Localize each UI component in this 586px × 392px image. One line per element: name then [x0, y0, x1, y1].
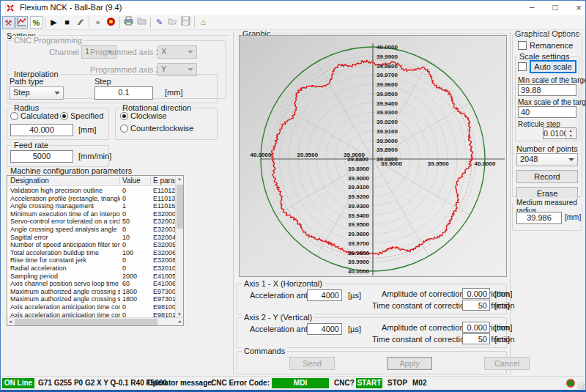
status-bar: ON Line G71 G255 P0 G2 X Y Q-0.1 R40 F50…: [1, 376, 585, 390]
svg-text:39.9500: 39.9500: [428, 160, 449, 167]
tools-icon[interactable]: ⚒: [2, 16, 15, 29]
left-splitter[interactable]: [233, 31, 234, 375]
svg-text:39.9500: 39.9500: [377, 91, 398, 97]
apply-button[interactable]: Apply: [387, 357, 432, 370]
table-row[interactable]: Rise time for constant jerk0E32008: [7, 256, 175, 265]
skew-icon[interactable]: ∕∕: [74, 16, 86, 29]
svg-text:39.9200: 39.9200: [377, 119, 398, 125]
remanence-checkbox[interactable]: [518, 41, 527, 50]
table-row[interactable]: Maximum authorized angle crossing speed …: [7, 295, 175, 303]
table-row[interactable]: Validation high precision outline0E11012: [7, 187, 175, 195]
resize-grip[interactable]: [577, 382, 585, 389]
commands-label: Commands: [242, 347, 287, 355]
counterclockwise-label: Counterclockwise: [130, 124, 193, 133]
svg-text:40.0000: 40.0000: [348, 268, 369, 275]
table-row[interactable]: Minimum execution time of an interpolati…: [7, 210, 175, 218]
open-icon[interactable]: [166, 16, 179, 29]
channel-label: Channel: [49, 48, 79, 56]
auto-scale-button[interactable]: Auto scale: [530, 60, 576, 73]
table-row[interactable]: Maximum authorized angle crossing speed …: [7, 288, 175, 296]
table-hscrollbar[interactable]: ◄ ►: [7, 317, 183, 325]
print-icon[interactable]: [122, 16, 135, 29]
spinner-up-icon[interactable]: ▲: [565, 128, 575, 133]
idle-dot-icon[interactable]: ●: [92, 16, 104, 29]
title-bar: Flexium NCK - Ball-Bar (9.4) – □ ×: [1, 1, 585, 15]
svg-text:40.0000: 40.0000: [251, 152, 272, 158]
table-row[interactable]: Number of speed anticipation filter term…: [7, 241, 175, 249]
axis2-tc-unit: [ms]: [494, 335, 510, 344]
table-row[interactable]: Axis acceleration anticipation time cons…: [7, 303, 175, 311]
cancel-button[interactable]: Cancel: [484, 357, 530, 370]
folder-icon[interactable]: [136, 16, 148, 29]
chart-icon[interactable]: [15, 16, 28, 29]
auto-scale-checkbox[interactable]: [518, 62, 527, 71]
record-button[interactable]: Record: [516, 170, 578, 183]
table-row[interactable]: Radial acceleration0E32010: [7, 265, 175, 273]
reticule-step-spinner[interactable]: 0.0100 ▲ ▼: [543, 127, 576, 139]
play-icon[interactable]: ▶: [48, 16, 60, 29]
counterclockwise-radio[interactable]: [120, 125, 128, 133]
table-vscrollbar[interactable]: ▲ ▼: [175, 176, 183, 317]
table-row[interactable]: Axis channel position servo loop time co…: [7, 280, 175, 288]
table-row[interactable]: Acceleration profile (rectangle, triangl…: [7, 195, 175, 203]
spinner-down-icon[interactable]: ▼: [565, 133, 575, 138]
step-input[interactable]: 0.1: [94, 86, 153, 100]
table-row[interactable]: Total acceleration buildup time100E32006: [7, 249, 175, 257]
table-row[interactable]: Axis acceleration anticipation time cons…: [7, 311, 175, 318]
percent-icon[interactable]: %: [30, 16, 42, 29]
table-row[interactable]: Servo-control error tolerated on a circl…: [7, 218, 175, 226]
clockwise-radio[interactable]: [120, 112, 128, 120]
chevron-down-icon: [568, 158, 574, 161]
path-type-label: Path type: [10, 77, 43, 86]
maximize-button[interactable]: □: [544, 1, 566, 15]
axis1-tc-input[interactable]: 50: [462, 300, 490, 311]
save-icon[interactable]: [179, 16, 192, 29]
table-row[interactable]: Sagittal error10E32004: [7, 234, 175, 242]
minimize-button[interactable]: –: [521, 1, 543, 15]
svg-text:39.9000: 39.9000: [381, 160, 402, 167]
step-label: Step: [94, 77, 111, 86]
axis2-label: Axis 2 - Y (Vertical): [242, 313, 314, 322]
path-type-combo[interactable]: Step: [10, 86, 64, 100]
edit-icon[interactable]: ✎: [153, 16, 166, 29]
axis1-amp-input[interactable]: 0.000: [462, 288, 490, 299]
axis2-accel-input[interactable]: 4000: [307, 323, 342, 335]
radius-unit: [mm]: [78, 125, 96, 134]
record-icon[interactable]: [105, 16, 117, 29]
col-value: Value: [122, 177, 141, 185]
axis2-tc-input[interactable]: 50: [462, 333, 490, 344]
online-badge: ON Line: [2, 378, 34, 388]
svg-text:39.9700: 39.9700: [348, 240, 369, 247]
number-of-points-combo[interactable]: 2048: [516, 153, 578, 166]
min-scale-label: Min scale of the target: [518, 76, 586, 84]
radius-calculated-label: Calculated: [21, 111, 59, 120]
axis2-amp-input[interactable]: 0.000: [462, 322, 490, 333]
radius-specified-radio[interactable]: [60, 112, 68, 120]
max-scale-input[interactable]: 40: [518, 106, 576, 118]
axis1-accel-input[interactable]: 4000: [307, 289, 342, 301]
table-header[interactable]: Designation Value E param: [7, 176, 183, 186]
feed-rate-input[interactable]: 5000: [10, 150, 73, 163]
table-row[interactable]: Sampling period2000E41005: [7, 273, 175, 281]
operator-message-label: Operator message:: [147, 379, 214, 387]
min-scale-input[interactable]: 39.88: [518, 84, 576, 96]
stop-icon[interactable]: ■: [61, 16, 73, 29]
cnc-error-text: CNC Error Code: 0: [211, 379, 275, 387]
send-button[interactable]: Send: [289, 357, 335, 370]
radius-input[interactable]: 40.000: [10, 124, 73, 136]
svg-text:39.9400: 39.9400: [377, 100, 398, 107]
svg-text:39.9000: 39.9000: [348, 175, 369, 182]
table-row[interactable]: Angle crossing management1E11015: [7, 202, 175, 210]
medium-radius-input[interactable]: 39.986: [516, 212, 562, 224]
home-icon[interactable]: ⌂: [197, 16, 209, 29]
table-row[interactable]: Angle crossing speed analysis angle0E320…: [7, 226, 175, 234]
svg-text:39.9800: 39.9800: [377, 63, 398, 70]
axis1-amp-unit: [mm]: [494, 289, 512, 298]
radius-calculated-radio[interactable]: [10, 112, 18, 120]
programmed-axis1-combo[interactable]: X: [157, 45, 197, 59]
app-logo-icon: [5, 3, 15, 13]
close-button[interactable]: ×: [568, 1, 586, 15]
svg-text:39.9500: 39.9500: [348, 221, 369, 228]
axis2-tc-label: Time constant of correction - Dry fricti…: [372, 335, 515, 344]
axis1-tc-label: Time constant of correction - Dry fricti…: [372, 301, 515, 310]
